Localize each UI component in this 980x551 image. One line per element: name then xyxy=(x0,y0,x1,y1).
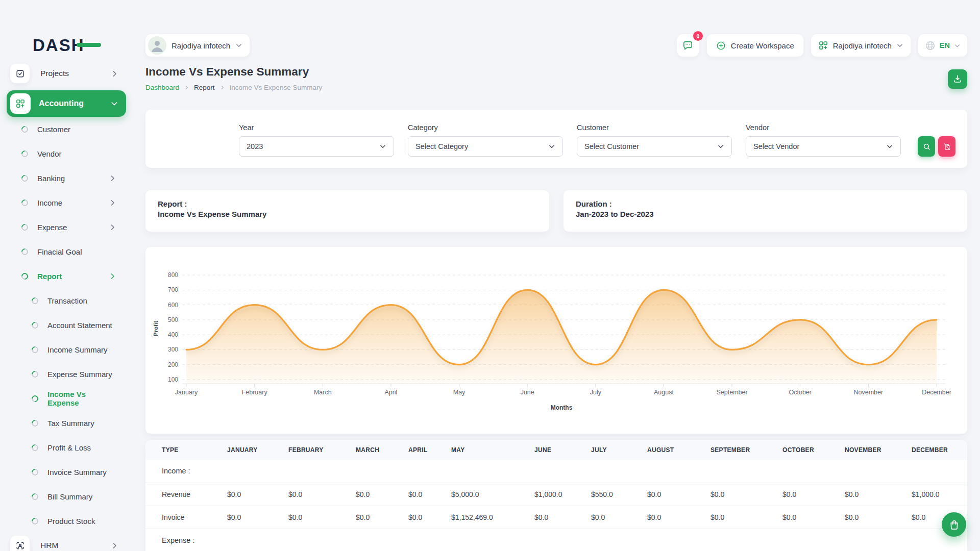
sidebar-item-product-stock[interactable]: Product Stock xyxy=(0,509,133,533)
breadcrumb-dashboard[interactable]: Dashboard xyxy=(145,84,179,91)
sidebar-item-vendor[interactable]: Vendor xyxy=(0,141,133,166)
sidebar-item-tax-summary[interactable]: Tax Summary xyxy=(0,411,133,435)
sidebar-item-expense-summary[interactable]: Expense Summary xyxy=(0,362,133,386)
reset-filter-button[interactable] xyxy=(938,136,955,157)
pos-fab-button[interactable] xyxy=(942,512,966,537)
column-header-november: NOVEMBER xyxy=(845,440,912,460)
chat-icon xyxy=(682,40,694,52)
chevron-right-icon xyxy=(111,542,118,549)
bullet-icon xyxy=(30,467,39,477)
sidebar-item-report[interactable]: Report xyxy=(0,264,133,288)
column-header-december: DECEMBER xyxy=(912,440,967,460)
column-header-may: MAY xyxy=(451,440,534,460)
table-header-row: TYPEJANUARYFEBRUARYMARCHAPRILMAYJUNEJULY… xyxy=(145,440,967,460)
svg-text:Months: Months xyxy=(551,404,573,411)
bullet-icon xyxy=(20,271,29,281)
chevron-down-icon xyxy=(954,42,961,49)
plus-circle-icon xyxy=(716,41,726,51)
svg-text:200: 200 xyxy=(168,361,178,368)
chevron-down-icon xyxy=(886,143,893,150)
cell-value: $0.0 xyxy=(534,506,591,529)
filter-buttons xyxy=(918,136,955,157)
column-header-september: SEPTEMBER xyxy=(710,440,782,460)
sidebar-item-label: Accounting xyxy=(39,99,84,108)
sidebar-item-label: Income Summary xyxy=(47,345,108,354)
sidebar-item-income[interactable]: Income xyxy=(0,190,133,215)
user-icon xyxy=(148,36,166,55)
sidebar-item-label: Finacial Goal xyxy=(37,247,82,256)
workspace-switcher[interactable]: Rajodiya infotech xyxy=(145,34,250,57)
sidebar-item-bill-summary[interactable]: Bill Summary xyxy=(0,484,133,509)
user-scan-icon xyxy=(15,541,25,550)
filter-field-year: Year 2023 xyxy=(239,123,394,157)
summary-card-title: Report : xyxy=(158,199,537,209)
cell-value: $0.0 xyxy=(408,483,451,506)
globe-icon xyxy=(925,40,936,51)
sidebar-item-income-vs-expense[interactable]: Income Vs Expense xyxy=(0,386,133,411)
sidebar-item-projects[interactable]: Projects xyxy=(9,61,124,86)
cell-value: $0.0 xyxy=(710,506,782,529)
logo-accent-bar xyxy=(77,43,101,47)
cell-value: $0.0 xyxy=(647,506,710,529)
chevron-down-icon xyxy=(717,143,724,150)
filter-label: Category xyxy=(408,123,563,132)
cell-value: $0.0 xyxy=(288,483,356,506)
report-table-card: TYPEJANUARYFEBRUARYMARCHAPRILMAYJUNEJULY… xyxy=(145,440,967,551)
sidebar-item-finacial-goal[interactable]: Finacial Goal xyxy=(0,239,133,264)
column-header-january: JANUARY xyxy=(227,440,288,460)
breadcrumb-report[interactable]: Report xyxy=(194,84,215,91)
sidebar-item-banking[interactable]: Banking xyxy=(0,166,133,190)
app-logo[interactable]: DASH xyxy=(33,36,99,54)
category-select[interactable]: Select Category xyxy=(408,136,563,157)
grid-plus-icon-card xyxy=(10,93,31,114)
sidebar-item-account-statement[interactable]: Account Statement xyxy=(0,313,133,337)
download-report-button[interactable] xyxy=(948,69,967,89)
apply-filter-button[interactable] xyxy=(918,136,935,157)
avatar xyxy=(148,36,166,55)
account-menu[interactable]: Rajodiya infotech xyxy=(811,34,911,57)
cell-value: $1,152,469.0 xyxy=(451,506,534,529)
sidebar-item-customer[interactable]: Customer xyxy=(0,117,133,141)
sidebar-menu: Projects Accounting Customer Vendor Bank… xyxy=(0,61,133,551)
cell-value: $0.0 xyxy=(710,483,782,506)
table-row-revenue: Revenue$0.0$0.0$0.0$0.0$5,000.0$1,000.0$… xyxy=(145,483,967,506)
profit-area-chart[interactable]: 100200300400500600700800JanuaryFebruaryM… xyxy=(145,248,967,424)
profit-chart-card: 100200300400500600700800JanuaryFebruaryM… xyxy=(145,247,967,434)
cell-value: $0.0 xyxy=(782,506,845,529)
page-title: Income Vs Expense Summary xyxy=(145,65,322,79)
summary-card-value: Income Vs Expense Summary xyxy=(158,209,537,219)
sidebar-item-label: Expense Summary xyxy=(47,370,112,379)
column-header-type: TYPE xyxy=(145,440,227,460)
account-name: Rajodiya infotech xyxy=(833,41,892,50)
sidebar-item-transaction[interactable]: Transaction xyxy=(0,288,133,313)
customer-select[interactable]: Select Customer xyxy=(577,136,732,157)
year-select[interactable]: 2023 xyxy=(239,136,394,157)
section-row-expense: Expense : xyxy=(145,529,967,551)
create-workspace-button[interactable]: Create Workspace xyxy=(707,34,803,57)
language-selector[interactable]: EN xyxy=(918,34,967,57)
sidebar-item-profit-loss[interactable]: Profit & Loss xyxy=(0,435,133,460)
grid-plus-icon xyxy=(15,98,26,109)
bullet-icon xyxy=(30,320,39,330)
create-workspace-label: Create Workspace xyxy=(731,41,794,50)
sidebar-item-invoice-summary[interactable]: Invoice Summary xyxy=(0,460,133,484)
sidebar-item-expense[interactable]: Expense xyxy=(0,215,133,239)
sidebar-item-label: Expense xyxy=(37,223,67,232)
breadcrumb-separator-icon xyxy=(184,85,189,90)
sidebar-item-label: Vendor xyxy=(37,149,62,158)
chevron-right-icon xyxy=(219,85,225,90)
sidebar-item-income-summary[interactable]: Income Summary xyxy=(0,337,133,362)
sidebar-item-label: Tax Summary xyxy=(47,419,94,428)
svg-text:February: February xyxy=(242,389,268,396)
svg-text:800: 800 xyxy=(168,271,178,279)
vendor-select[interactable]: Select Vendor xyxy=(746,136,901,157)
sidebar-item-accounting[interactable]: Accounting xyxy=(7,90,126,117)
sidebar-item-label: Profit & Loss xyxy=(47,443,91,452)
sidebar-item-hrm[interactable]: HRM xyxy=(9,533,124,551)
svg-text:300: 300 xyxy=(168,346,178,353)
cell-value: $0.0 xyxy=(591,506,647,529)
bullet-icon xyxy=(20,198,29,207)
summary-card-value: Jan-2023 to Dec-2023 xyxy=(576,209,955,219)
messages-button[interactable]: 0 xyxy=(677,34,699,57)
bullet-icon xyxy=(30,296,39,305)
